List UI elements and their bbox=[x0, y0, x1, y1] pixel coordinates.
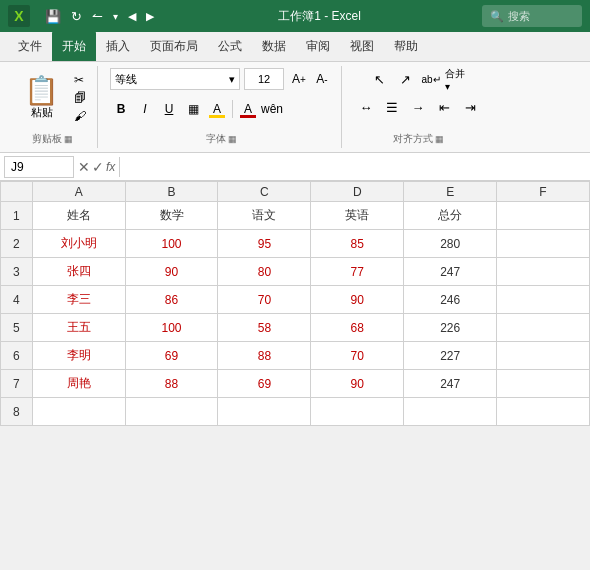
table-cell[interactable]: 80 bbox=[218, 258, 311, 286]
underline-button[interactable]: U bbox=[158, 98, 180, 120]
more-button[interactable]: ▾ bbox=[110, 9, 121, 24]
row-header-5[interactable]: 5 bbox=[1, 314, 33, 342]
table-cell[interactable]: 86 bbox=[125, 286, 218, 314]
table-cell[interactable]: 246 bbox=[404, 286, 497, 314]
table-cell[interactable]: 英语 bbox=[311, 202, 404, 230]
row-header-6[interactable]: 6 bbox=[1, 342, 33, 370]
tab-insert[interactable]: 插入 bbox=[96, 31, 140, 61]
col-header-F[interactable]: F bbox=[497, 182, 590, 202]
save-button[interactable]: 💾 bbox=[42, 7, 64, 26]
confirm-formula-button[interactable]: ✓ bbox=[92, 159, 104, 175]
table-cell[interactable] bbox=[497, 342, 590, 370]
tab-review[interactable]: 审阅 bbox=[296, 31, 340, 61]
alignment-dialog-launcher[interactable]: ▦ bbox=[435, 134, 444, 144]
row-header-1[interactable]: 1 bbox=[1, 202, 33, 230]
row-header-2[interactable]: 2 bbox=[1, 230, 33, 258]
table-cell[interactable]: 数学 bbox=[125, 202, 218, 230]
align-left-button[interactable]: ↔ bbox=[354, 96, 378, 118]
font-size-increase-button[interactable]: A+ bbox=[288, 68, 310, 90]
table-cell[interactable]: 90 bbox=[311, 370, 404, 398]
align-center-button[interactable]: ☰ bbox=[380, 96, 404, 118]
table-cell[interactable]: 69 bbox=[218, 370, 311, 398]
table-cell[interactable]: 68 bbox=[311, 314, 404, 342]
table-cell[interactable]: 85 bbox=[311, 230, 404, 258]
table-cell[interactable]: 90 bbox=[125, 258, 218, 286]
table-cell[interactable]: 77 bbox=[311, 258, 404, 286]
align-top-left-button[interactable]: ↖ bbox=[367, 68, 391, 90]
table-cell[interactable] bbox=[497, 398, 590, 426]
italic-button[interactable]: I bbox=[134, 98, 156, 120]
cut-button[interactable]: ✂ bbox=[71, 72, 89, 88]
table-cell[interactable]: 周艳 bbox=[32, 370, 125, 398]
col-header-D[interactable]: D bbox=[311, 182, 404, 202]
table-cell[interactable]: 70 bbox=[218, 286, 311, 314]
table-cell[interactable] bbox=[125, 398, 218, 426]
font-name-select[interactable]: 等线 ▾ bbox=[110, 68, 240, 90]
table-cell[interactable]: 姓名 bbox=[32, 202, 125, 230]
cell-reference-box[interactable]: J9 bbox=[4, 156, 74, 178]
table-cell[interactable]: 227 bbox=[404, 342, 497, 370]
paste-button[interactable]: 📋 粘贴 bbox=[16, 73, 67, 124]
forward-button[interactable]: ▶ bbox=[143, 8, 157, 25]
indent-increase-button[interactable]: ⇥ bbox=[458, 96, 482, 118]
undo-button[interactable]: ↻ bbox=[68, 7, 85, 26]
table-cell[interactable]: 刘小明 bbox=[32, 230, 125, 258]
format-painter-button[interactable]: 🖌 bbox=[71, 108, 89, 124]
copy-button[interactable]: 🗐 bbox=[71, 90, 89, 106]
font-size-select[interactable]: 12 bbox=[244, 68, 284, 90]
table-cell[interactable] bbox=[404, 398, 497, 426]
merge-center-button[interactable]: 合并▾ bbox=[445, 68, 469, 90]
search-box[interactable]: 🔍 搜索 bbox=[482, 5, 582, 27]
table-cell[interactable] bbox=[497, 370, 590, 398]
tab-help[interactable]: 帮助 bbox=[384, 31, 428, 61]
tab-page-layout[interactable]: 页面布局 bbox=[140, 31, 208, 61]
row-header-4[interactable]: 4 bbox=[1, 286, 33, 314]
table-cell[interactable]: 张四 bbox=[32, 258, 125, 286]
table-cell[interactable] bbox=[497, 202, 590, 230]
col-header-B[interactable]: B bbox=[125, 182, 218, 202]
table-cell[interactable]: 王五 bbox=[32, 314, 125, 342]
tab-data[interactable]: 数据 bbox=[252, 31, 296, 61]
border-button[interactable]: ▦ bbox=[182, 98, 204, 120]
table-cell[interactable] bbox=[497, 286, 590, 314]
table-cell[interactable]: 100 bbox=[125, 230, 218, 258]
table-cell[interactable]: 李三 bbox=[32, 286, 125, 314]
table-cell[interactable] bbox=[497, 258, 590, 286]
table-cell[interactable]: 226 bbox=[404, 314, 497, 342]
table-cell[interactable]: 88 bbox=[125, 370, 218, 398]
wrap-text-button[interactable]: ab↵ bbox=[419, 68, 443, 90]
table-cell[interactable]: 58 bbox=[218, 314, 311, 342]
font-color-button[interactable]: A bbox=[237, 98, 259, 120]
align-top-center-button[interactable]: ↗ bbox=[393, 68, 417, 90]
cancel-formula-button[interactable]: ✕ bbox=[78, 159, 90, 175]
table-cell[interactable] bbox=[497, 230, 590, 258]
table-cell[interactable]: 247 bbox=[404, 370, 497, 398]
strikethrough-button[interactable]: wên bbox=[261, 98, 283, 120]
table-cell[interactable] bbox=[32, 398, 125, 426]
font-dialog-launcher[interactable]: ▦ bbox=[228, 134, 237, 144]
clipboard-dialog-launcher[interactable]: ▦ bbox=[64, 134, 73, 144]
table-cell[interactable]: 95 bbox=[218, 230, 311, 258]
bold-button[interactable]: B bbox=[110, 98, 132, 120]
table-cell[interactable] bbox=[218, 398, 311, 426]
formula-input[interactable] bbox=[124, 156, 586, 178]
font-size-decrease-button[interactable]: A- bbox=[311, 68, 333, 90]
table-cell[interactable]: 总分 bbox=[404, 202, 497, 230]
row-header-8[interactable]: 8 bbox=[1, 398, 33, 426]
table-cell[interactable]: 70 bbox=[311, 342, 404, 370]
redo-button[interactable]: ↼ bbox=[89, 7, 106, 26]
insert-function-button[interactable]: fx bbox=[106, 160, 115, 174]
back-button[interactable]: ◀ bbox=[125, 8, 139, 25]
col-header-E[interactable]: E bbox=[404, 182, 497, 202]
table-cell[interactable]: 247 bbox=[404, 258, 497, 286]
tab-view[interactable]: 视图 bbox=[340, 31, 384, 61]
table-cell[interactable]: 280 bbox=[404, 230, 497, 258]
row-header-7[interactable]: 7 bbox=[1, 370, 33, 398]
table-cell[interactable]: 88 bbox=[218, 342, 311, 370]
table-cell[interactable] bbox=[497, 314, 590, 342]
table-cell[interactable]: 李明 bbox=[32, 342, 125, 370]
tab-home[interactable]: 开始 bbox=[52, 31, 96, 61]
table-cell[interactable]: 90 bbox=[311, 286, 404, 314]
tab-file[interactable]: 文件 bbox=[8, 31, 52, 61]
table-cell[interactable] bbox=[311, 398, 404, 426]
